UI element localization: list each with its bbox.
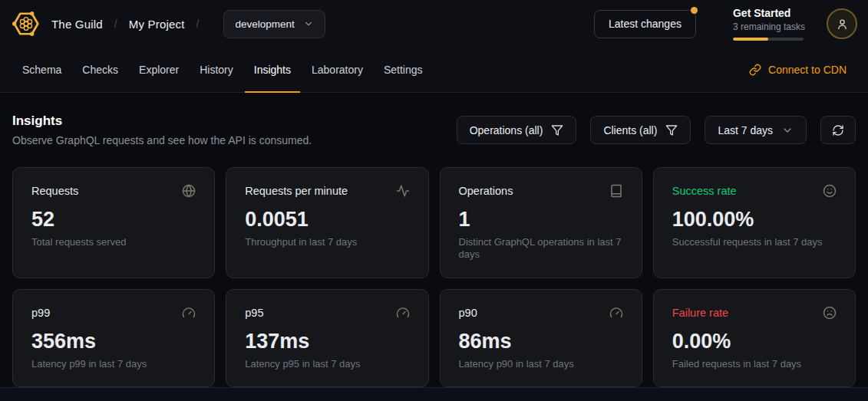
metric-card-title: Success rate [672, 185, 737, 197]
metric-card-value: 100.00% [672, 208, 837, 232]
gauge-icon [609, 306, 623, 320]
metric-card-value: 137ms [245, 330, 409, 353]
chevron-down-icon [303, 18, 314, 29]
connect-to-cdn-label: Connect to CDN [768, 64, 847, 76]
breadcrumb-org[interactable]: The Guild [51, 18, 103, 31]
date-range-select[interactable]: Last 7 days [705, 116, 807, 144]
get-started-progress-fill [733, 38, 768, 41]
metric-card-description: Latency p99 in last 7 days [31, 358, 196, 370]
main-content: Insights Observe GraphQL requests and se… [0, 93, 868, 387]
metric-card-title: Requests per minute [245, 185, 348, 197]
tab-history[interactable]: History [190, 48, 243, 92]
breadcrumb-separator: / [114, 18, 117, 30]
metric-card-value: 52 [31, 208, 196, 232]
metric-card-description: Total requests served [31, 236, 196, 248]
metric-cards-grid: Requests 52 Total requests served Reques… [12, 167, 856, 387]
metric-card-title: p90 [459, 307, 477, 319]
page-title: Insights [12, 113, 312, 129]
metric-card-description: Distinct GraphQL operations in last 7 da… [459, 236, 623, 261]
link-icon [749, 64, 761, 76]
metric-card-title: p99 [31, 307, 50, 319]
metric-card-description: Throughput in last 7 days [245, 236, 409, 248]
tab-schema[interactable]: Schema [13, 48, 71, 92]
metric-card-title: p95 [245, 307, 263, 319]
tab-laboratory[interactable]: Laboratory [302, 48, 372, 92]
top-bar-right: Latest changes Get Started 3 remaining t… [594, 7, 857, 41]
metric-card: p99 356ms Latency p99 in last 7 days [12, 289, 215, 387]
user-icon [836, 18, 849, 31]
get-started-title: Get Started [733, 7, 805, 19]
globe-icon [182, 184, 196, 198]
user-avatar[interactable] [827, 8, 857, 39]
metric-card-value: 0.00% [672, 330, 837, 353]
metric-card-description: Failed requests in last 7 days [672, 358, 837, 370]
clients-filter-button[interactable]: Clients (all) [590, 116, 691, 144]
connect-to-cdn-link[interactable]: Connect to CDN [749, 48, 847, 92]
environment-select-value: development [235, 18, 294, 30]
tab-insights[interactable]: Insights [245, 48, 300, 92]
latest-changes-button[interactable]: Latest changes [594, 10, 696, 38]
gauge-icon [396, 306, 410, 320]
nav-tabs: SchemaChecksExplorerHistoryInsightsLabor… [13, 48, 434, 92]
tab-settings[interactable]: Settings [375, 48, 432, 92]
get-started-widget[interactable]: Get Started 3 remaining tasks [733, 7, 805, 41]
date-range-value: Last 7 days [718, 124, 773, 136]
metric-card-value: 86ms [459, 330, 623, 353]
filter-icon [551, 124, 563, 136]
metric-card-description: Successful requests in last 7 days [672, 236, 837, 248]
metric-card-title: Failure rate [672, 307, 728, 319]
metric-card-title: Requests [31, 185, 78, 197]
app-window: The Guild / My Project / development Lat… [0, 0, 868, 401]
activity-icon [396, 184, 410, 198]
metric-card-value: 1 [459, 208, 623, 232]
breadcrumb-project[interactable]: My Project [129, 18, 185, 31]
refresh-icon [832, 124, 844, 136]
smile-icon [823, 184, 837, 198]
filters-toolbar: Operations (all) Clients (all) Last 7 da… [457, 116, 856, 144]
operations-filter-label: Operations (all) [470, 124, 543, 136]
breadcrumb-separator: / [196, 18, 200, 30]
footer [0, 387, 868, 401]
metric-card-value: 356ms [31, 330, 196, 353]
metric-card: Failure rate 0.00% Failed requests in la… [653, 289, 856, 387]
page-subtitle: Observe GraphQL requests and see how the… [12, 134, 312, 146]
top-bar: The Guild / My Project / development Lat… [0, 0, 868, 48]
latest-changes-label: Latest changes [609, 18, 682, 30]
clients-filter-label: Clients (all) [603, 124, 657, 136]
page-header: Insights Observe GraphQL requests and se… [12, 113, 312, 146]
operations-filter-button[interactable]: Operations (all) [457, 116, 577, 144]
metric-card: Success rate 100.00% Successful requests… [653, 167, 856, 278]
filter-icon [665, 124, 678, 136]
metric-card-description: Latency p95 in last 7 days [245, 358, 409, 370]
metric-card-title: Operations [459, 185, 513, 197]
metric-card-value: 0.0051 [245, 208, 409, 232]
tab-explorer[interactable]: Explorer [130, 48, 188, 92]
metric-card: p90 86ms Latency p90 in last 7 days [440, 289, 642, 387]
tab-checks[interactable]: Checks [73, 48, 127, 92]
book-icon [609, 184, 623, 198]
metric-card: p95 137ms Latency p95 in last 7 days [226, 289, 428, 387]
gauge-icon [182, 306, 196, 320]
metric-card-description: Latency p90 in last 7 days [459, 358, 623, 370]
hive-logo-icon[interactable] [11, 9, 41, 38]
frown-icon [823, 306, 837, 320]
metric-card: Requests 52 Total requests served [12, 167, 215, 278]
get-started-progress [733, 38, 804, 41]
nav-bar: SchemaChecksExplorerHistoryInsightsLabor… [0, 48, 868, 93]
notification-dot [691, 7, 698, 14]
environment-select[interactable]: development [223, 10, 325, 38]
metric-card: Requests per minute 0.0051 Throughput in… [226, 167, 428, 278]
metric-card: Operations 1 Distinct GraphQL operations… [440, 167, 642, 278]
get-started-subtitle: 3 remaining tasks [733, 21, 805, 32]
refresh-button[interactable] [820, 116, 856, 144]
chevron-down-icon [781, 124, 794, 136]
